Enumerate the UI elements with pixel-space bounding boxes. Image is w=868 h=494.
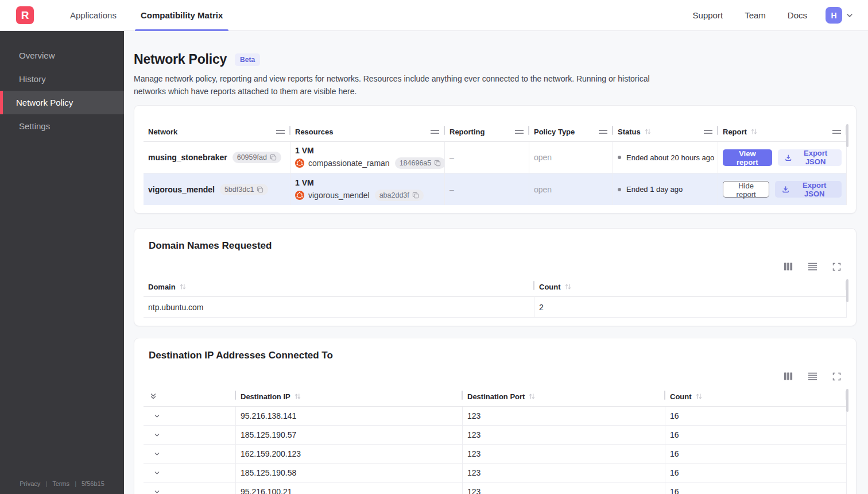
status-dot: [618, 156, 621, 159]
sort-icon[interactable]: [180, 283, 186, 290]
resource-name: compassionate_raman: [308, 159, 390, 168]
copy-icon[interactable]: [412, 192, 419, 199]
sort-icon[interactable]: [696, 393, 702, 400]
ubuntu-icon: [295, 191, 304, 200]
chevron-down-icon[interactable]: [152, 430, 162, 440]
density-icon[interactable]: [807, 370, 819, 382]
column-header-expand-all: [144, 390, 236, 406]
copy-icon[interactable]: [257, 186, 264, 193]
link-docs[interactable]: Docs: [788, 10, 807, 20]
drag-handle-icon[interactable]: [704, 130, 712, 134]
network-row-vigorous-mendel[interactable]: vigorous_mendel 5bdf3dc1 1 VM vigorous_m…: [144, 173, 847, 205]
divider: |: [75, 480, 76, 487]
divider: |: [45, 480, 47, 487]
domains-card: Domain Names Requested Domain Count: [134, 228, 857, 326]
copy-icon[interactable]: [270, 154, 277, 161]
drag-handle-icon[interactable]: [599, 130, 607, 134]
top-navigation-bar: R Applications Compatibility Matrix Supp…: [0, 0, 868, 31]
reporting-cell: –: [445, 142, 529, 173]
fullscreen-icon[interactable]: [831, 261, 842, 272]
column-header-status: Status: [613, 125, 718, 141]
column-header-report: Report: [718, 125, 847, 141]
avatar[interactable]: H: [826, 7, 842, 24]
report-cell: Hide report Export JSON: [718, 173, 847, 205]
fullscreen-icon[interactable]: [831, 371, 842, 382]
sidebar-item-history[interactable]: History: [0, 67, 124, 91]
main-content: Network Policy Beta Manage network polic…: [124, 31, 868, 494]
link-support[interactable]: Support: [693, 10, 723, 20]
domains-table-header: Domain Count: [144, 280, 847, 297]
view-report-button[interactable]: View report: [723, 149, 772, 166]
drag-handle-icon[interactable]: [276, 130, 285, 134]
port-cell: 123: [463, 445, 665, 463]
network-id-badge: 5bdf3dc1: [220, 184, 268, 195]
drag-handle-icon[interactable]: [431, 130, 439, 134]
user-menu[interactable]: H: [826, 7, 854, 24]
chevron-down-icon[interactable]: [152, 449, 162, 459]
column-header-network: Network: [144, 125, 290, 141]
export-json-button[interactable]: Export JSON: [775, 181, 842, 198]
network-row-musing-stonebraker[interactable]: musing_stonebraker 60959fad 1 VM compass…: [144, 142, 847, 173]
ubuntu-icon: [295, 159, 304, 168]
resource-id-badge: aba2dd3f: [375, 190, 424, 201]
destinations-card-title: Destination IP Addresses Connected To: [144, 350, 847, 361]
reporting-cell: –: [445, 173, 529, 205]
column-header-domain: Domain: [144, 280, 534, 296]
sort-icon[interactable]: [751, 128, 757, 135]
sort-icon[interactable]: [529, 393, 535, 400]
drag-handle-icon[interactable]: [515, 130, 524, 134]
port-cell: 123: [463, 407, 665, 425]
app-logo[interactable]: R: [16, 6, 34, 24]
port-cell: 123: [463, 426, 665, 444]
network-name-cell: musing_stonebraker 60959fad: [144, 142, 290, 173]
sidebar-item-overview[interactable]: Overview: [0, 44, 124, 67]
table-scrollbar[interactable]: [846, 389, 848, 412]
hide-report-button[interactable]: Hide report: [723, 181, 769, 198]
destination-row[interactable]: 185.125.190.57 123 16: [144, 426, 847, 445]
page-description: Manage network policy, reporting and vie…: [134, 73, 653, 98]
export-json-button[interactable]: Export JSON: [778, 149, 842, 166]
destination-row[interactable]: 95.216.138.141 123 16: [144, 407, 847, 426]
destination-row[interactable]: 162.159.200.123 123 16: [144, 445, 847, 464]
sort-icon[interactable]: [294, 393, 301, 400]
ip-cell: 95.216.100.21: [236, 483, 463, 494]
beta-badge: Beta: [235, 53, 260, 66]
double-chevron-down-icon[interactable]: [148, 391, 158, 402]
tab-compatibility-matrix[interactable]: Compatibility Matrix: [137, 0, 226, 31]
sort-icon[interactable]: [645, 128, 651, 135]
table-scrollbar[interactable]: [846, 124, 848, 147]
chevron-down-icon[interactable]: [152, 487, 162, 494]
terms-link[interactable]: Terms: [52, 480, 69, 487]
status-cell: Ended 1 day ago: [613, 173, 718, 205]
report-cell: View report Export JSON: [718, 142, 847, 173]
chevron-down-icon[interactable]: [845, 11, 854, 20]
domain-row[interactable]: ntp.ubuntu.com 2: [144, 297, 847, 318]
copy-icon[interactable]: [434, 160, 441, 167]
sort-icon[interactable]: [565, 283, 571, 290]
density-icon[interactable]: [807, 261, 819, 272]
destination-row[interactable]: 95.216.100.21 123 16: [144, 483, 847, 494]
destination-row[interactable]: 185.125.190.58 123 16: [144, 464, 847, 483]
column-header-resources: Resources: [290, 125, 445, 141]
port-cell: 123: [463, 483, 665, 494]
drag-handle-icon[interactable]: [832, 130, 841, 134]
destinations-table-header: Destination IP Destination Port Count: [144, 390, 847, 407]
networks-table-header: Network Resources Reporting Policy Type: [144, 125, 847, 142]
count-cell: 16: [665, 483, 847, 494]
chevron-down-icon[interactable]: [152, 411, 162, 421]
privacy-link[interactable]: Privacy: [20, 480, 40, 487]
link-team[interactable]: Team: [745, 10, 766, 20]
sidebar: Overview History Network Policy Settings…: [0, 31, 124, 494]
page-title: Network Policy: [134, 52, 227, 67]
tab-applications[interactable]: Applications: [67, 0, 120, 31]
ip-cell: 185.125.190.57: [236, 426, 463, 444]
column-header-reporting: Reporting: [445, 125, 529, 141]
columns-icon[interactable]: [782, 261, 794, 272]
sidebar-item-network-policy[interactable]: Network Policy: [0, 91, 124, 114]
chevron-down-icon[interactable]: [152, 468, 162, 478]
network-name-cell: vigorous_mendel 5bdf3dc1: [144, 173, 290, 205]
port-cell: 123: [463, 464, 665, 482]
columns-icon[interactable]: [782, 370, 794, 382]
table-scrollbar[interactable]: [846, 279, 848, 302]
sidebar-item-settings[interactable]: Settings: [0, 114, 124, 138]
